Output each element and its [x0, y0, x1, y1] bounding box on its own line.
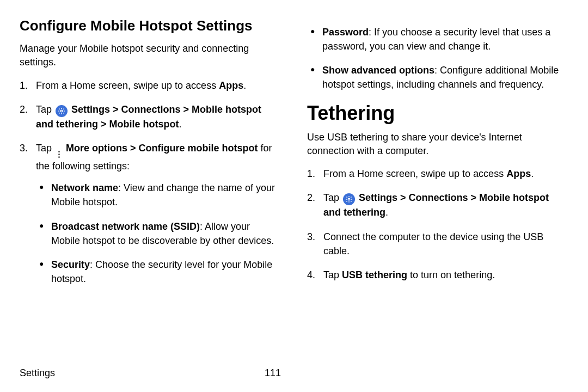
step-item: Tap USB tethering to turn on tethering.	[307, 268, 568, 282]
bold: Apps	[219, 80, 243, 91]
step-item: Tap Settings > Connections > Mobile hots…	[307, 191, 568, 219]
text: to turn on tethering.	[407, 270, 495, 280]
bold: Show advanced options	[322, 65, 434, 76]
sub-item: Security: Choose the security level for …	[36, 258, 281, 286]
bold: USB tethering	[342, 270, 407, 280]
intro-text: Manage your Mobile hotspot security and …	[20, 42, 281, 69]
bold: Security	[51, 259, 90, 270]
section-heading-large: Tethering	[307, 102, 568, 124]
step-item: Connect the computer to the device using…	[307, 230, 568, 258]
right-column: Password: If you choose a security level…	[307, 17, 568, 355]
settings-gear-icon	[343, 193, 355, 205]
text: .	[531, 168, 534, 179]
text: Tap	[36, 104, 54, 115]
intro-text: Use USB tethering to share your device's…	[307, 131, 568, 158]
sub-list: Network name: View and change the name o…	[36, 181, 281, 286]
text: From a Home screen, swipe up to access	[323, 168, 506, 179]
sub-item: Show advanced options: Configure additio…	[307, 63, 568, 91]
bold: More options > Configure mobile hotspot	[66, 143, 258, 154]
bold: Settings > Connections > Mobile hotspot …	[36, 104, 261, 130]
text: .	[243, 80, 246, 91]
text: Tap	[323, 270, 342, 280]
sub-list-continued: Password: If you choose a security level…	[307, 25, 568, 91]
footer-section: Settings	[20, 367, 55, 379]
bold: Settings > Connections > Mobile hotspot …	[323, 192, 549, 218]
sub-item: Password: If you choose a security level…	[307, 25, 568, 53]
sub-item: Broadcast network name (SSID): Allow you…	[36, 219, 281, 248]
text: Tap	[36, 143, 54, 154]
steps-list: From a Home screen, swipe up to access A…	[307, 167, 568, 281]
text: .	[179, 119, 182, 130]
more-options-icon	[56, 149, 62, 159]
section-heading: Configure Mobile Hotspot Settings	[20, 17, 281, 34]
page-footer: Settings 111	[20, 367, 281, 379]
step-item: From a Home screen, swipe up to access A…	[307, 167, 568, 181]
step-item: From a Home screen, swipe up to access A…	[20, 78, 281, 93]
steps-list: From a Home screen, swipe up to access A…	[20, 78, 281, 286]
left-column: Configure Mobile Hotspot Settings Manage…	[20, 17, 281, 355]
text: Tap	[323, 192, 342, 203]
svg-point-0	[60, 110, 63, 112]
text: .	[385, 207, 388, 218]
text: From a Home screen, swipe up to access	[36, 80, 219, 91]
bold: Network name	[51, 182, 118, 193]
text: Connect the computer to the device using…	[323, 231, 543, 256]
footer-page-number: 111	[265, 367, 281, 379]
bold: Password	[322, 27, 369, 38]
bold: Broadcast network name (SSID)	[51, 221, 200, 232]
settings-gear-icon	[56, 105, 68, 117]
step-item: Tap Settings > Connections > Mobile hots…	[20, 102, 281, 131]
svg-point-1	[348, 199, 350, 201]
sub-item: Network name: View and change the name o…	[36, 181, 281, 209]
step-item: Tap More options > Configure mobile hots…	[20, 141, 281, 286]
bold: Apps	[506, 168, 531, 179]
